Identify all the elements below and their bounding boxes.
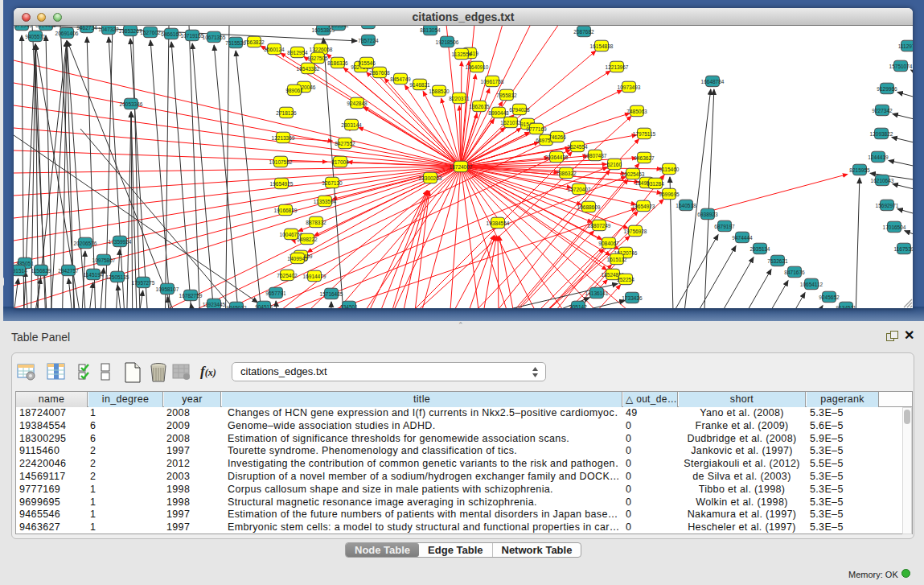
svg-text:19654923: 19654923 [632,204,655,209]
svg-text:5498222: 5498222 [297,237,318,242]
svg-text:17016504: 17016504 [883,225,906,230]
svg-text:8912954: 8912954 [287,50,308,56]
svg-text:10654112: 10654112 [800,282,823,287]
svg-text:10973493: 10973493 [618,84,641,90]
svg-text:2087682: 2087682 [573,29,594,35]
svg-text:20364436: 20364436 [545,154,569,160]
svg-text:15692971: 15692971 [876,203,899,208]
svg-text:15716485: 15716485 [320,291,343,297]
svg-text:9242848: 9242848 [347,101,368,106]
svg-text:16648784: 16648784 [701,79,725,84]
svg-text:20053346: 20053346 [120,101,143,107]
svg-text:20206576: 20206576 [74,241,97,246]
svg-text:8660124: 8660124 [264,47,285,52]
svg-text:9405571: 9405571 [25,34,46,39]
svg-text:7663822: 7663822 [244,39,265,45]
svg-text:6938923: 6938923 [697,212,718,217]
svg-text:1527602: 1527602 [140,30,161,35]
svg-text:9146821: 9146821 [409,82,430,88]
svg-text:10025453: 10025453 [622,171,645,177]
svg-text:16543382: 16543382 [297,66,320,72]
svg-text:16782759: 16782759 [179,293,203,299]
svg-text:7515526: 7515526 [225,40,246,46]
svg-text:10807487: 10807487 [584,153,607,159]
svg-text:6466160: 6466160 [161,31,182,37]
svg-text:18724007: 18724007 [450,164,473,170]
svg-text:2718126: 2718126 [276,110,297,116]
svg-text:7632621: 7632621 [767,258,788,264]
svg-text:931284: 931284 [647,181,664,187]
svg-text:19654925: 19654925 [270,181,294,187]
svg-text:9657791: 9657791 [265,290,286,296]
svg-text:6879197: 6879197 [714,224,735,229]
svg-text:834501: 834501 [340,304,358,309]
svg-text:9699695: 9699695 [659,192,680,197]
svg-text:9777169: 9777169 [526,126,547,132]
svg-text:904513: 904513 [255,304,273,309]
svg-text:17359924: 17359924 [109,239,132,245]
svg-text:19756928: 19756928 [624,229,647,234]
svg-text:7955812: 7955812 [496,93,517,98]
svg-text:252254: 252254 [617,277,634,282]
svg-text:9134511: 9134511 [836,305,856,309]
svg-text:9245012: 9245012 [226,305,247,309]
svg-text:17975115: 17975115 [633,131,656,137]
svg-text:23300203: 23300203 [419,175,442,181]
svg-text:12505135: 12505135 [106,274,129,280]
svg-text:10107552: 10107552 [269,159,293,165]
svg-text:19384554: 19384554 [487,220,510,226]
svg-text:1733426: 1733426 [622,295,643,301]
svg-text:8914422: 8914422 [35,26,56,28]
svg-text:1112973: 1112973 [898,43,913,49]
svg-text:11923445: 11923445 [203,302,226,307]
svg-text:17957275: 17957275 [132,280,155,286]
svg-text:14136141: 14136141 [585,290,609,296]
svg-text:15720407: 15720407 [568,187,591,192]
svg-text:9129966: 9129966 [877,86,897,92]
svg-text:10961758: 10961758 [481,79,504,84]
svg-text:20691406: 20691406 [55,31,79,36]
svg-text:9462734: 9462734 [76,26,97,31]
svg-text:16210643: 16210643 [871,178,894,183]
svg-text:1132554: 1132554 [452,51,472,57]
svg-text:1640518: 1640518 [676,203,696,208]
svg-text:915546: 915546 [358,60,376,66]
svg-text:2935114: 2935114 [750,246,770,252]
svg-text:8990448: 8990448 [488,110,509,116]
svg-text:10975867: 10975867 [92,257,116,263]
svg-text:9245652: 9245652 [819,295,840,300]
svg-text:12093822: 12093822 [870,131,893,137]
svg-text:1362615: 1362615 [469,104,490,109]
svg-text:1409945: 1409945 [287,256,308,262]
svg-text:7357224: 7357224 [358,38,379,43]
svg-text:2105342: 2105342 [328,26,349,28]
svg-text:8454749: 8454749 [390,76,411,82]
svg-text:1156829: 1156829 [31,268,51,274]
svg-text:11353594: 11353594 [314,199,337,204]
svg-text:13226058: 13226058 [310,47,333,52]
svg-text:905142: 905142 [569,304,587,309]
svg-text:9474444: 9474444 [732,235,753,241]
svg-text:18807249: 18807249 [588,223,611,229]
svg-text:7625402: 7625402 [277,273,298,278]
svg-text:1047322: 1047322 [98,27,119,32]
svg-text:1244419: 1244419 [868,154,889,160]
svg-text:1615112: 1615112 [607,257,627,262]
svg-text:9084067: 9084067 [598,241,619,246]
svg-text:9463627: 9463627 [634,155,655,161]
svg-text:8813054: 8813054 [420,27,441,33]
svg-text:2942757: 2942757 [58,268,79,274]
svg-text:2803144: 2803144 [341,122,362,128]
svg-text:1621072: 1621072 [500,120,521,126]
svg-text:19218506: 19218506 [436,39,459,45]
svg-text:217004: 217004 [331,159,349,165]
svg-text:16914479: 16914479 [303,274,326,279]
svg-text:10719155: 10719155 [181,33,204,39]
svg-text:2867608: 2867608 [369,70,390,76]
svg-text:8427552: 8427552 [335,141,355,146]
svg-text:8220371: 8220371 [449,96,470,101]
svg-text:9227342: 9227342 [872,108,893,113]
svg-text:18640910: 18640910 [466,64,489,70]
svg-text:8186326: 8186326 [327,60,348,66]
svg-text:8471676: 8471676 [784,270,805,275]
